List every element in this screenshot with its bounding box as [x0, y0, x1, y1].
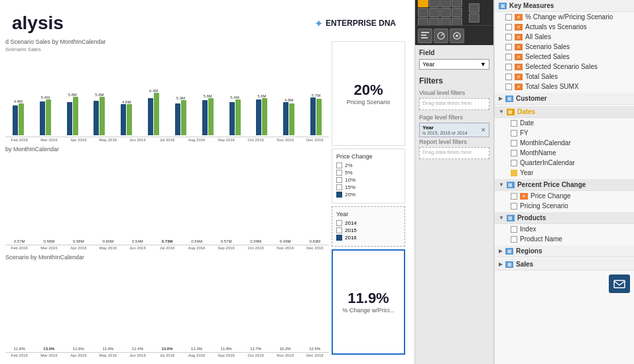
- section-header-products[interactable]: ▼ ▦ Products: [495, 212, 634, 224]
- cb-pct-change[interactable]: [505, 14, 512, 21]
- sigma-icon-actuals-vs: σ: [515, 24, 523, 30]
- field-date[interactable]: Date: [495, 118, 634, 128]
- section-header-customer[interactable]: ▶ ▦ Customer: [495, 93, 634, 105]
- field-scenario-sales[interactable]: σ Scenario Sales: [495, 42, 634, 52]
- table-icon-key-measures: ▦: [499, 3, 507, 9]
- checkbox-2015[interactable]: [336, 227, 342, 233]
- cb-actuals-vs[interactable]: [505, 24, 512, 30]
- section-header-key-measures[interactable]: ▦ Key Measures: [495, 0, 634, 12]
- checkbox-15pct[interactable]: [336, 184, 342, 190]
- field-dropdown[interactable]: Year ▼: [419, 59, 489, 70]
- field-quarter-in-calendar[interactable]: QuarterInCalendar: [495, 158, 634, 168]
- field-section: Field Year ▼: [415, 45, 493, 72]
- year-2016[interactable]: 2016: [336, 235, 401, 241]
- checkbox-2014[interactable]: [336, 220, 342, 226]
- field-selected-scenario-sales[interactable]: σ Selected Scenario Sales: [495, 62, 634, 72]
- year-2014[interactable]: 2014: [336, 220, 401, 226]
- cb-fy[interactable]: [511, 130, 517, 137]
- svg-rect-0: [421, 32, 429, 33]
- vis-map-icon[interactable]: [429, 8, 440, 17]
- field-month-in-calendar[interactable]: MonthInCalendar: [495, 138, 634, 148]
- section-header-ppc[interactable]: ▼ ▦ Percent Price Change: [495, 179, 634, 191]
- report-level-dropzone[interactable]: Drag data fields here: [419, 147, 489, 159]
- cb-product-name[interactable]: [511, 236, 517, 243]
- vis-line-icon[interactable]: [429, 0, 440, 7]
- year-filter-close[interactable]: ✕: [481, 127, 486, 133]
- cb-price-change[interactable]: [511, 193, 517, 200]
- vis-more1[interactable]: [469, 3, 479, 13]
- section-header-sales[interactable]: ▶ ▦ Sales: [495, 259, 634, 271]
- price-change-10pct[interactable]: 10%: [336, 177, 401, 183]
- cb-total-sales[interactable]: [505, 74, 512, 80]
- cb-pricing-scenario[interactable]: [511, 203, 517, 210]
- cb-selected-scenario-sales[interactable]: [505, 64, 512, 70]
- cb-index[interactable]: [511, 226, 517, 233]
- svg-rect-1: [421, 34, 426, 36]
- cb-scenario-sales[interactable]: [505, 44, 512, 50]
- field-total-sales[interactable]: σ Total Sales: [495, 72, 634, 82]
- field-total-sales-sumx[interactable]: σ Total Sales SUMX: [495, 82, 634, 91]
- vis-matrix-icon[interactable]: [452, 8, 462, 17]
- page-level-label: Page level filters: [419, 114, 489, 121]
- field-actuals-vs-scenarios[interactable]: σ Actuals vs Scenarios: [495, 22, 634, 32]
- chart3-bars: 11.9% 13.0% 11.6% 11.6% 11.4% 13.0% 11.3…: [5, 262, 329, 353]
- sigma-icon-pct-change: σ: [515, 14, 523, 21]
- checkbox-5pct[interactable]: [336, 170, 342, 176]
- price-change-20pct[interactable]: 20%: [336, 192, 401, 198]
- field-product-name[interactable]: Product Name: [495, 234, 634, 244]
- filters-section: Filters Visual level filters Drag data f…: [415, 72, 493, 364]
- vis-area-icon[interactable]: [440, 0, 451, 7]
- cb-month-in-calendar[interactable]: [511, 140, 517, 147]
- field-index[interactable]: Index: [495, 224, 634, 234]
- fields-panel: ▦ Key Measures σ % Change w/Pricing Scen…: [494, 0, 634, 364]
- checkbox-20pct[interactable]: [336, 192, 342, 198]
- price-change-2pct[interactable]: 2%: [336, 162, 401, 168]
- year-filter-item[interactable]: Year is 2015, 2016 or 2014 ✕: [419, 123, 489, 137]
- checkbox-2pct[interactable]: [336, 162, 342, 168]
- cb-year[interactable]: [511, 170, 517, 176]
- field-price-change[interactable]: σ Price Change: [495, 191, 634, 201]
- price-change-15pct[interactable]: 15%: [336, 184, 401, 190]
- cb-all-sales[interactable]: [505, 34, 512, 40]
- field-pricing-scenario[interactable]: Pricing Scenario: [495, 201, 634, 211]
- year-2015[interactable]: 2015: [336, 227, 401, 233]
- field-pct-change[interactable]: σ % Change w/Pricing Scenario: [495, 12, 634, 22]
- field-month-name[interactable]: MonthName: [495, 148, 634, 158]
- cb-selected-sales[interactable]: [505, 54, 512, 60]
- field-fy[interactable]: FY: [495, 128, 634, 138]
- cb-date[interactable]: [511, 120, 517, 127]
- key-measures-label: Key Measures: [509, 2, 554, 9]
- analytics-icon[interactable]: [434, 29, 448, 43]
- sigma-icon-all-sales: σ: [515, 34, 523, 40]
- cb-month-name[interactable]: [511, 150, 517, 156]
- vis-scatter-icon[interactable]: [452, 0, 462, 7]
- chevron-regions: ▶: [499, 248, 503, 254]
- cb-total-sales-sumx[interactable]: [505, 84, 512, 90]
- vis-table-icon[interactable]: [440, 8, 451, 17]
- year-filter-card: Year 2014 2015 2016: [332, 206, 405, 247]
- field-all-sales[interactable]: σ All Sales: [495, 32, 634, 42]
- kpi-panel: 20% Pricing Scenario Price Change 2% 5%: [332, 38, 408, 357]
- chart2-title: by MonthInCalendar: [5, 146, 329, 152]
- subscribe-button[interactable]: [609, 274, 630, 293]
- vis-pie-icon[interactable]: [418, 8, 428, 17]
- format-icon[interactable]: [418, 29, 432, 43]
- cb-quarter-in-calendar[interactable]: [511, 160, 517, 166]
- field-selected-sales[interactable]: σ Selected Sales: [495, 52, 634, 62]
- price-change-card: Price Change 2% 5% 10%: [332, 149, 405, 204]
- vis-more2[interactable]: [469, 13, 479, 23]
- section-header-regions[interactable]: ▶ ▦ Regions: [495, 245, 634, 257]
- section-header-dates[interactable]: ▼ ▦ Dates: [495, 106, 634, 118]
- logo-icon: ✦: [314, 17, 323, 30]
- sigma-icon-scenario-sales: σ: [515, 44, 523, 50]
- checkbox-2016[interactable]: [336, 235, 342, 241]
- field-year[interactable]: Year: [495, 168, 634, 178]
- price-change-5pct[interactable]: 5%: [336, 170, 401, 176]
- page-title: alysis: [5, 9, 64, 37]
- checkbox-10pct[interactable]: [336, 177, 342, 183]
- visual-level-dropzone[interactable]: Drag data fields here: [419, 98, 489, 110]
- price-change-title: Price Change: [336, 153, 401, 160]
- vis-bar-icon[interactable]: [418, 0, 428, 7]
- drillthrough-icon[interactable]: [450, 29, 464, 43]
- section-customer: ▶ ▦ Customer: [495, 93, 634, 105]
